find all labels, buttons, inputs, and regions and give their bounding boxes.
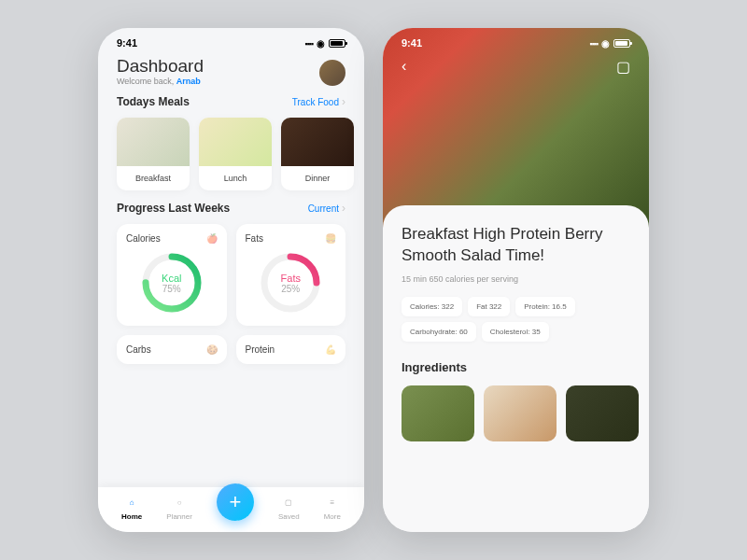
meal-card-breakfast[interactable]: Breakfast	[117, 118, 190, 190]
progress-card-protein[interactable]: Protein 💪	[236, 335, 346, 364]
chip-cholesterol: Cholesterol: 35	[482, 322, 549, 342]
recipe-title: Breakfast High Protein Berry Smooth Sala…	[402, 224, 630, 267]
search-icon: ○	[172, 495, 187, 510]
wifi-icon	[601, 37, 610, 49]
burger-icon: 🍔	[325, 233, 336, 244]
progress-current-link[interactable]: Current	[308, 202, 345, 215]
dashboard-header: Dashboard Welcome back, Arnab	[98, 52, 364, 95]
recipe-subtitle: 15 min 650 calories per serving	[402, 274, 630, 284]
chip-calories: Calories: 322	[402, 297, 462, 316]
nav-home[interactable]: ⌂ Home	[121, 495, 142, 521]
recipe-hero-image: ‹ ▢	[383, 28, 649, 233]
chip-fat: Fat 322	[468, 297, 510, 316]
ring-label: Fats	[281, 273, 301, 284]
chevron-right-icon	[342, 202, 345, 215]
nutrition-chips: Calories: 322 Fat 322 Protein: 16.5 Carb…	[402, 297, 630, 342]
muscle-icon: 💪	[325, 344, 336, 355]
meal-card-dinner[interactable]: Dinner	[281, 118, 354, 190]
meal-card-lunch[interactable]: Lunch	[199, 118, 272, 190]
wifi-icon	[317, 37, 325, 49]
bottom-nav: ⌂ Home ○ Planner + ▢ Saved ≡ More	[98, 487, 364, 532]
meals-heading: Todays Meals	[117, 95, 190, 108]
ingredients-row	[402, 385, 630, 441]
avatar[interactable]	[319, 60, 345, 86]
nav-saved[interactable]: ▢ Saved	[278, 495, 300, 521]
recipe-sheet: Breakfast High Protein Berry Smooth Sala…	[383, 205, 649, 532]
status-time: 9:41	[117, 37, 137, 49]
progress-card-calories[interactable]: Calories 🍎 Kcal 75%	[117, 224, 227, 326]
status-indicators	[304, 37, 345, 49]
ring-percent: 75%	[162, 284, 181, 294]
ingredient-image[interactable]	[566, 385, 639, 441]
ingredients-heading: Ingredients	[402, 360, 630, 374]
user-name: Arnab	[176, 77, 201, 86]
chip-carbohydrate: Carbohydrate: 60	[402, 322, 476, 342]
ring-percent: 25%	[281, 284, 300, 294]
meal-image	[199, 118, 272, 166]
welcome-text: Welcome back, Arnab	[117, 77, 204, 86]
apple-icon: 🍎	[206, 233, 218, 244]
recipe-detail-screen: 9:41 ‹ ▢ Breakfast High Protein Berry Sm…	[383, 28, 649, 532]
signal-icon	[589, 37, 598, 49]
status-time: 9:41	[402, 37, 422, 49]
signal-icon	[304, 37, 313, 49]
progress-heading: Progress Last Weeks	[117, 202, 230, 215]
chevron-right-icon	[342, 95, 345, 108]
ring-label: Kcal	[162, 273, 181, 284]
page-title: Dashboard	[117, 56, 204, 77]
status-bar: 9:41	[383, 28, 649, 52]
meals-section: Todays Meals Track Food Breakfast Lunch …	[98, 95, 364, 202]
chip-protein: Protein: 16.5	[515, 297, 574, 316]
nav-planner[interactable]: ○ Planner	[166, 495, 192, 521]
ingredient-image[interactable]	[484, 385, 557, 441]
track-food-link[interactable]: Track Food	[292, 95, 345, 108]
ingredient-image[interactable]	[402, 385, 474, 441]
nav-more[interactable]: ≡ More	[324, 495, 341, 521]
battery-icon	[329, 39, 345, 48]
meal-image	[117, 118, 190, 166]
dashboard-screen: 9:41 Dashboard Welcome back, Arnab Today…	[98, 28, 364, 532]
progress-card-fats[interactable]: Fats 🍔 Fats 25%	[236, 224, 346, 326]
meal-image	[281, 118, 354, 166]
bookmark-button[interactable]: ▢	[616, 58, 630, 76]
add-button[interactable]: +	[217, 483, 254, 521]
bookmark-icon: ▢	[281, 495, 296, 510]
back-button[interactable]: ‹	[402, 58, 406, 76]
plus-icon: +	[229, 490, 241, 514]
menu-icon: ≡	[325, 495, 340, 510]
home-icon: ⌂	[124, 495, 139, 510]
progress-card-carbs[interactable]: Carbs 🍪	[117, 335, 227, 364]
battery-icon	[613, 39, 630, 48]
status-bar: 9:41	[98, 28, 364, 52]
cookie-icon: 🍪	[206, 344, 218, 355]
progress-section: Progress Last Weeks Current Calories 🍎	[98, 202, 364, 375]
status-indicators	[589, 37, 630, 49]
